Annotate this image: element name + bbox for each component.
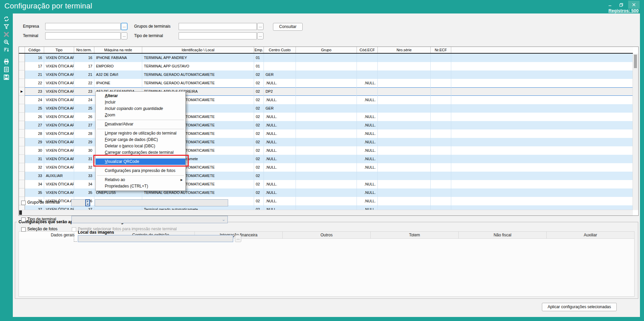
local-imagens-browse-button[interactable]: ... — [235, 235, 241, 242]
tipo-terminal-input[interactable] — [179, 32, 257, 39]
menu-item-desativar-ativar[interactable]: Desativar/Ativar — [96, 121, 185, 127]
records-count[interactable]: Registros: 500 — [608, 8, 639, 13]
cell-nrecf — [431, 113, 451, 121]
cell-codigo: 30 — [25, 146, 44, 155]
cell-tipo: VIXEN ÓTICA APP — [44, 180, 74, 188]
table-row[interactable]: 16VIXEN ÓTICA APP16IPHONE FABIANATERMINA… — [19, 54, 633, 62]
grupo-terminal-checkbox[interactable] — [21, 201, 26, 205]
cell-nrecf — [431, 163, 451, 172]
column-header-codigo[interactable]: Código — [25, 47, 44, 53]
menu-item-relativo-ao[interactable]: Relativo ao▶ — [96, 177, 185, 183]
minimize-icon[interactable] — [605, 1, 614, 9]
grupos-input[interactable] — [179, 23, 257, 30]
tipo-browse-button[interactable]: ... — [257, 32, 264, 39]
vertical-scrollbar[interactable] — [633, 54, 638, 210]
column-header-nroserie[interactable]: Nro.série — [378, 47, 431, 53]
cell-centro: .NULL. — [264, 205, 296, 210]
cell-nroterm: 33 — [74, 172, 94, 180]
column-header-emp[interactable]: Emp. — [254, 47, 264, 53]
tipo-terminal-checkbox[interactable] — [21, 217, 26, 222]
cell-centro: .NULL. — [264, 197, 296, 205]
tab-totem[interactable]: Totem — [371, 231, 459, 239]
cell-nroterm: 34 — [74, 180, 94, 188]
table-row[interactable]: 17VIXEN ÓTICA APP17EMPORIOTERMINAL APP G… — [19, 62, 633, 70]
cell-emp: 02 — [254, 79, 264, 87]
close-icon[interactable] — [628, 1, 640, 9]
local-imagens-input[interactable] — [78, 235, 233, 242]
cell-nroterm: 21 — [74, 70, 94, 79]
table-row[interactable]: 21VIXEN ÓTICA APP21A32 DE DAVITERMINAL G… — [19, 70, 633, 79]
sort-icon[interactable] — [3, 46, 10, 54]
report-icon[interactable] — [3, 66, 10, 73]
menu-item-incluir[interactable]: Incluir — [96, 99, 185, 106]
cell-nroserie — [378, 129, 431, 138]
column-header-ident[interactable]: Identificação \ Local — [142, 47, 254, 53]
column-header-nroterm[interactable]: Nro.term. — [74, 47, 94, 53]
cell-codecf — [357, 104, 378, 113]
cell-codigo: 16 — [25, 54, 44, 62]
cell-nroserie — [378, 172, 431, 180]
consultar-button[interactable]: Consultar — [273, 23, 303, 31]
cell-tipo: VIXEN ÓTICA APP — [44, 113, 74, 121]
cell-emp: 01 — [254, 62, 264, 70]
empresa-browse-button[interactable]: ... — [121, 23, 127, 30]
selecao-fotos-checkbox[interactable] — [21, 227, 26, 232]
menu-item-alterar[interactable]: Alterar — [96, 93, 185, 99]
column-header-maquina[interactable]: Máquina na rede — [94, 47, 142, 53]
menu-item-limpar-registro-de-utiliza-o-do-terminal[interactable]: Limpar registro de utilização do termina… — [96, 130, 185, 137]
cell-centro — [264, 54, 296, 62]
tipo-terminal-label: Tipo de terminal — [134, 33, 163, 38]
cell-nroserie — [378, 163, 431, 172]
cell-grupo — [296, 113, 357, 121]
cell-emp: 02 — [254, 172, 264, 180]
cell-nroserie — [378, 87, 431, 96]
vertical-scrollbar-thumb[interactable] — [634, 55, 637, 68]
cell-codigo: 23 — [25, 87, 44, 96]
cell-codecf: .NULL. — [357, 188, 378, 197]
menu-item-zoom[interactable]: Zoom — [96, 112, 185, 118]
menu-item-for-ar-carga-de-dados-dbc[interactable]: Forçar carga de dados (DBC) — [96, 137, 185, 143]
tab-n-o-fiscal[interactable]: Não fiscal — [459, 231, 547, 239]
column-header-codecf[interactable]: Cód.ECF — [357, 47, 378, 53]
cell-codigo: 25 — [25, 104, 44, 113]
cell-emp: 02 — [254, 96, 264, 104]
empresa-input[interactable] — [45, 23, 121, 30]
column-header-tipo[interactable]: Tipo — [44, 47, 74, 53]
apply-button[interactable]: Aplicar configurações selecionadas — [542, 303, 617, 311]
menu-item-configura-es-para-impress-o-de-fotos[interactable]: Configurações para impressão de fotos — [96, 168, 185, 174]
grupos-browse-button[interactable]: ... — [257, 23, 264, 30]
row-indicator — [19, 96, 25, 104]
horizontal-scrollbar[interactable] — [19, 210, 633, 215]
menu-item-deletar-o-banco-local-dbc[interactable]: Deletar o banco local (DBC) — [96, 143, 185, 149]
sync-icon[interactable] — [3, 15, 10, 23]
restore-icon[interactable] — [617, 1, 626, 9]
print-icon[interactable] — [3, 58, 10, 65]
column-header-nrecf[interactable]: Nr.ECF — [431, 47, 451, 53]
cell-emp: 02 — [254, 163, 264, 172]
terminal-input[interactable] — [45, 32, 121, 39]
column-header-grupo[interactable]: Grupo — [296, 47, 357, 53]
horizontal-scrollbar-thumb[interactable] — [19, 210, 22, 215]
terminal-browse-button[interactable]: ... — [121, 32, 127, 39]
menu-item-incluir-copiando-com-quantidade[interactable]: Incluir copiando com quantidade — [96, 106, 185, 112]
column-header-centro[interactable]: Centro Custo — [264, 47, 296, 53]
cell-codecf: .NULL. — [357, 155, 378, 163]
tab-auxiliar[interactable]: Auxiliar — [547, 231, 635, 239]
tipo-terminal-combo[interactable]: ⌄ — [71, 216, 228, 223]
clear-filter-icon[interactable] — [3, 31, 10, 38]
filter-icon[interactable] — [3, 23, 10, 30]
cell-nrecf — [431, 129, 451, 138]
cell-centro: .NULL. — [264, 129, 296, 138]
tab-outros[interactable]: Outros — [283, 231, 371, 239]
cell-nroserie — [378, 96, 431, 104]
cell-nroterm: 32 — [74, 163, 94, 172]
cell-grupo — [296, 96, 357, 104]
grupo-desc-input[interactable] — [95, 199, 228, 206]
cell-codigo: 22 — [25, 79, 44, 87]
zoom-icon[interactable] — [3, 38, 10, 46]
menu-item-propriedades-ctrl-t[interactable]: Propriedades (CTRL+T) — [96, 183, 185, 189]
cell-nroterm: 16 — [74, 54, 94, 62]
permitir-fotos-checkbox[interactable] — [72, 227, 76, 232]
save-icon[interactable] — [3, 74, 10, 81]
table-row[interactable]: 22VIXEN ÓTICA APP22IPHONETERMINAL GERADO… — [19, 79, 633, 87]
